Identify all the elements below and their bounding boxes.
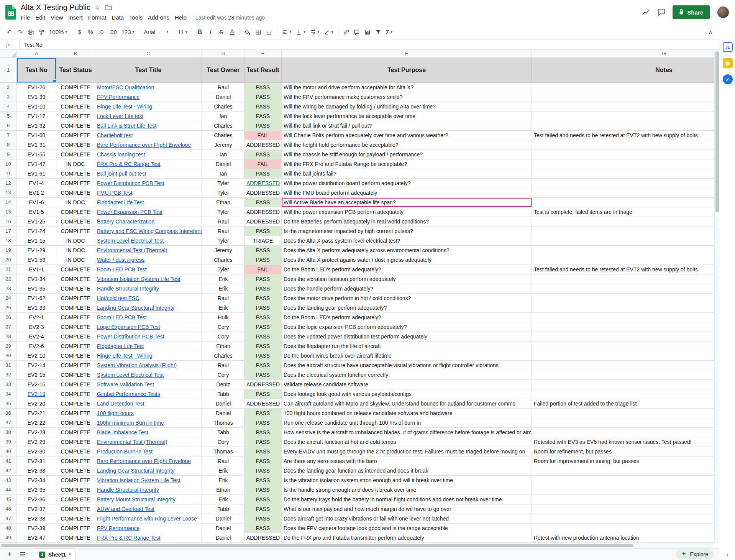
paint-format-button[interactable] [36,27,46,38]
cell-test-title[interactable]: Handle Structural Integrity [95,284,202,294]
cell-test-owner[interactable]: Deniz [202,380,244,389]
test-title-link[interactable]: Logic Expansion PCB Test [97,324,160,330]
test-title-link[interactable]: Ball joint pull out test [97,171,146,177]
document-title[interactable]: Alta X Testing Public [21,3,90,12]
cell-test-title[interactable]: Baro Performance over Flight Envelope [95,140,202,150]
cell-test-no[interactable]: EV1-47 [17,159,56,169]
text-color-button[interactable]: A [227,27,237,38]
column-header-g[interactable]: G [532,50,714,58]
test-title-link[interactable]: Environmental Test (Thermal) [97,247,167,253]
cell-test-title[interactable]: Battery Characterization [95,217,202,227]
row-number[interactable]: 12 [0,179,17,188]
cell-test-status[interactable]: COMPLETE [56,342,95,351]
row-number[interactable]: 35 [0,399,17,409]
cell-test-title[interactable]: Vibration Isolation System Life Test [95,476,202,485]
cell-test-owner[interactable]: Jeremy [202,246,244,255]
vertical-scrollbar[interactable] [714,50,720,543]
cell-test-no[interactable]: EV2-14 [17,361,56,370]
cell-test-purpose[interactable]: Do the battery trays hold the battery in… [282,495,532,504]
vertical-align-button[interactable]: ▾ [294,27,307,38]
cell-test-title[interactable]: Motor/ESC Qualification [95,83,202,92]
menu-item-format[interactable]: Format [85,13,109,21]
all-sheets-button[interactable] [17,549,28,559]
cell-test-purpose[interactable]: Every EV/DV unit must go through the 2 h… [282,447,532,457]
cell-test-owner[interactable]: Tyler [202,265,244,274]
test-title-link[interactable]: Boom LED PCB Test [97,314,147,320]
cell-test-result[interactable]: PASS [244,418,282,428]
cell-test-result[interactable]: PASS [244,294,282,303]
row-number[interactable]: 34 [0,389,17,399]
cell-test-title[interactable]: Land Detection Test [95,399,202,409]
cell-test-purpose[interactable]: Will the ball joints fail? [282,169,532,179]
row-number[interactable]: 41 [0,457,17,466]
cell-test-title[interactable]: Boom LED PCB Test [95,265,202,274]
test-title-link[interactable]: Boom LED PCB Test [97,266,147,273]
row-number[interactable]: 24 [0,294,17,303]
cell-test-status[interactable]: COMPLETE [56,227,95,236]
cell-notes[interactable] [532,274,714,284]
row-number[interactable]: 15 [0,207,17,217]
cell-test-no[interactable]: EV1-10 [17,102,56,112]
cell-test-no[interactable]: EV2-21 [17,409,56,418]
cell-test-result[interactable]: PASS [244,246,282,255]
cell-notes[interactable] [532,389,714,399]
cell-test-no[interactable]: EV2-28 [17,428,56,437]
cell-test-owner[interactable]: Tabb [202,504,244,514]
test-title-link[interactable]: Lock Lever Life test [97,113,143,119]
strikethrough-button[interactable]: S [216,27,226,38]
cell-test-purpose[interactable]: Does the landing gear perform adequately… [282,303,532,313]
test-title-link[interactable]: Power Expansion PCB Test [97,209,162,215]
column-header-a[interactable]: A [17,50,56,58]
row-number[interactable]: 22 [0,274,17,284]
cell-test-no[interactable]: EV1-17 [17,112,56,121]
cell-test-title[interactable]: Blade Imbalance Test [95,428,202,437]
cell-test-result[interactable]: PASS [244,351,282,361]
cell-test-purpose[interactable]: Do the boom wires break over aircraft li… [282,351,532,361]
cell-notes[interactable] [532,476,714,485]
cell-test-status[interactable]: COMPLETE [56,514,95,524]
cell-test-owner[interactable]: Charles [202,102,244,112]
text-rotation-button[interactable]: ▾ [322,27,335,38]
cell-notes[interactable] [532,236,714,246]
cell-notes[interactable]: Retest with new production antenna locat… [532,533,714,543]
cell-test-owner[interactable]: Erik [202,466,244,476]
cell-test-result[interactable]: PASS [244,361,282,370]
cell-test-status[interactable]: COMPLETE [56,121,95,131]
cell-test-status[interactable]: COMPLETE [56,274,95,284]
cell-test-purpose[interactable]: Does the aircraft function at hot and co… [282,437,532,447]
cell-test-no[interactable]: EV2-16 [17,380,56,389]
cell-test-title[interactable]: Charliebolt test [95,131,202,140]
cell-header-test-purpose[interactable]: Test Purpose [282,58,532,83]
cell-test-result[interactable]: ADDRESSED [244,207,282,217]
cell-notes[interactable] [532,159,714,169]
cell-test-status[interactable]: COMPLETE [56,504,95,514]
cell-test-no[interactable]: EV2-4 [17,332,56,342]
test-title-link[interactable]: FPV Performance [97,525,139,531]
bold-button[interactable]: B [195,27,205,38]
cell-notes[interactable] [532,188,714,198]
cell-test-title[interactable]: Boom LED PCB Test [95,313,202,322]
cell-test-title[interactable]: Gimbal Performance Tests [95,389,202,399]
row-number[interactable]: 32 [0,370,17,380]
menu-item-addons[interactable]: Add-ons [145,13,172,21]
cell-test-title[interactable]: Power Distribution PCB Test [95,332,202,342]
cell-test-no[interactable]: EV1-33 [17,303,56,313]
row-number[interactable]: 48 [0,524,17,533]
cell-test-owner[interactable]: Cory [202,437,244,447]
font-size-select[interactable]: 11 ▾ [176,27,189,38]
test-title-link[interactable]: Blade Imbalance Test [97,429,148,435]
cell-test-status[interactable]: IN DOC [56,246,95,255]
cell-test-purpose[interactable]: Is the handle strong enough and does it … [282,485,532,495]
column-header-d[interactable]: D [202,50,244,58]
cell-notes[interactable] [532,227,714,236]
move-to-folder-icon[interactable] [105,4,112,11]
cell-test-result[interactable]: PASS [244,389,282,399]
cell-test-owner[interactable]: Charles [202,131,244,140]
cell-test-no[interactable]: EV2-36 [17,495,56,504]
calendar-icon[interactable]: 31 [723,42,733,52]
cell-test-purpose[interactable]: Does the Alta X protect agains water / d… [282,255,532,265]
fill-color-button[interactable] [243,27,253,38]
cell-test-result[interactable]: PASS [244,102,282,112]
row-number[interactable]: 29 [0,342,17,351]
row-number[interactable]: 7 [0,131,17,140]
